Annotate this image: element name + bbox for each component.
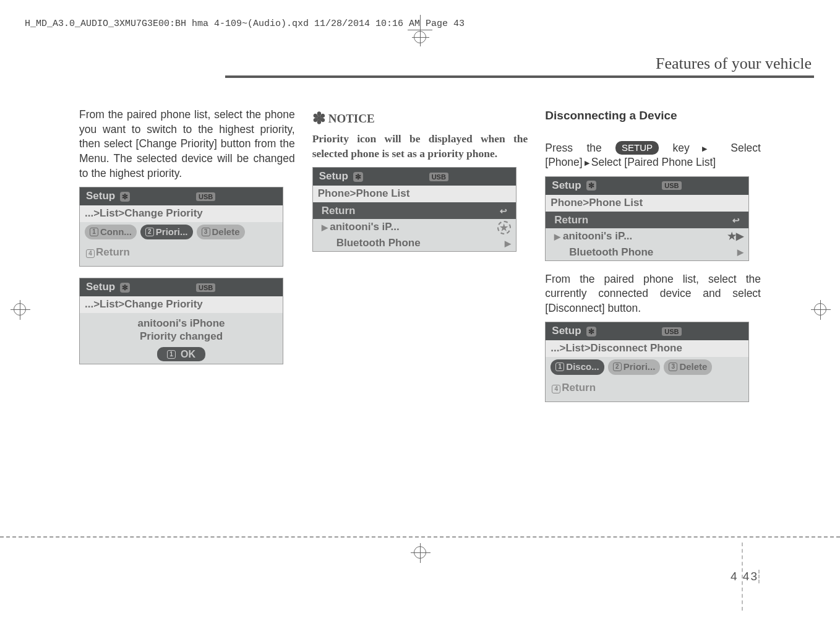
bluetooth-icon: ✻: [120, 192, 130, 202]
screen-header: Setup ✻ USB: [313, 168, 516, 186]
phone-screen: Setup ✻ USB ...>List>Disconnect Phone 1D…: [545, 322, 749, 401]
list-item: ▶ anitooni's iP... ★▶: [546, 228, 748, 244]
usb-icon: USB: [662, 327, 681, 336]
ok-row: 1OK: [80, 345, 283, 364]
bluetooth-icon: ✻: [586, 181, 596, 191]
section-heading: Disconnecting a Device: [545, 108, 761, 124]
phone-screen: Setup ✻ USB ...>List>Change Priority 1Co…: [79, 187, 283, 267]
list-item: ▶ anitooni's iP... ★: [313, 219, 516, 235]
menu-pill-row: 1Conn... 2Priori... 3Delete: [80, 222, 283, 241]
list-item: Bluetooth Phone ▶: [313, 235, 516, 251]
return-row: 4Return: [80, 241, 283, 266]
setup-label: Setup: [86, 280, 115, 294]
menu-pill: 2Priori...: [608, 359, 661, 374]
column-2: ✽NOTICE Priority icon will be displayed …: [312, 108, 528, 413]
chevron-right-icon: ▶: [505, 238, 511, 249]
page-title: Features of your vehicle: [656, 54, 814, 72]
usb-icon: USB: [662, 181, 681, 190]
menu-pill-row: 1Disco... 2Priori... 3Delete: [546, 357, 748, 376]
setup-label: Setup: [552, 179, 581, 193]
star-priority-icon: ★: [497, 221, 511, 234]
usb-icon: USB: [196, 192, 215, 201]
column-3: Disconnecting a Device Press the SETUP k…: [545, 108, 761, 413]
chevron-right-icon: ▶: [554, 232, 563, 241]
breadcrumb: Phone>Phone List: [546, 195, 748, 212]
back-icon: ↩: [729, 214, 744, 227]
page-title-bar: Features of your vehicle: [0, 54, 814, 75]
phone-screen: Setup ✻ USB ...>List>Change Priority ani…: [79, 278, 283, 364]
breadcrumb: Phone>Phone List: [313, 186, 516, 202]
registration-mark: [14, 303, 26, 315]
setup-key-label: SETUP: [615, 141, 659, 155]
notice-heading: ✽NOTICE: [312, 108, 528, 129]
menu-pill: 1Conn...: [85, 225, 137, 239]
chevron-right-icon: ▶: [322, 223, 330, 232]
file-meta-line: H_MD_A3.0_AUDIO_3XMU7G3E00:BH hma 4-109~…: [25, 19, 465, 29]
registration-mark: [414, 31, 426, 43]
body-text: [Phone] ▶ Select [Paired Phone List]: [545, 155, 761, 170]
setup-label: Setup: [552, 324, 581, 338]
bluetooth-icon: ✻: [586, 327, 596, 337]
breadcrumb: ...>List>Disconnect Phone: [546, 340, 748, 357]
screen-header: Setup ✻ USB: [80, 278, 283, 296]
page-number: 4 43: [731, 570, 760, 583]
body-text: Press the SETUP key ▶ Select: [545, 141, 761, 156]
screen-header: Setup ✻ USB: [546, 322, 748, 340]
return-row: Return ↩: [546, 212, 748, 228]
back-icon: ↩: [496, 205, 511, 218]
menu-pill-selected: 2Priori...: [140, 225, 193, 239]
ok-button: 1OK: [157, 347, 205, 362]
confirmation-message: anitooni's iPhone Priority changed: [80, 313, 283, 345]
return-row: 4Return: [546, 376, 748, 401]
phone-screen: Setup ✻ USB Phone>Phone List Return ↩ ▶ …: [312, 167, 516, 252]
registration-mark: [414, 546, 426, 559]
screen-header: Setup ✻ USB: [546, 177, 748, 195]
screen-header: Setup ✻ USB: [80, 187, 283, 205]
menu-pill: 3Delete: [664, 359, 712, 374]
setup-label: Setup: [86, 189, 115, 204]
body-text: From the paired phone list, select the c…: [545, 272, 761, 316]
chevron-right-icon: ▶: [690, 145, 731, 152]
breadcrumb: ...>List>Change Priority: [80, 296, 283, 313]
asterisk-icon: ✽: [312, 109, 326, 127]
phone-screen: Setup ✻ USB Phone>Phone List Return ↩ ▶ …: [545, 176, 749, 261]
body-text: From the paired phone list, select the p…: [79, 108, 295, 181]
column-1: From the paired phone list, select the p…: [79, 108, 295, 413]
usb-icon: USB: [196, 283, 215, 292]
usb-icon: USB: [429, 173, 448, 181]
chevron-right-icon: ▶: [737, 247, 744, 258]
return-row: Return ↩: [313, 202, 516, 219]
registration-mark: [814, 303, 826, 315]
bluetooth-icon: ✻: [353, 172, 363, 182]
menu-pill: 3Delete: [197, 225, 245, 239]
chevron-right-icon: ▶: [583, 159, 591, 166]
content-columns: From the paired phone list, select the p…: [79, 108, 761, 413]
star-arrow-icon: ★▶: [727, 230, 744, 243]
breadcrumb: ...>List>Change Priority: [80, 205, 283, 222]
list-item: Bluetooth Phone ▶: [546, 244, 748, 260]
cut-line: [0, 536, 840, 538]
bluetooth-icon: ✻: [120, 283, 130, 293]
setup-label: Setup: [319, 170, 348, 184]
page-title-underline: [225, 75, 814, 78]
notice-body: Priority icon will be displayed when the…: [312, 132, 528, 161]
menu-pill-selected: 1Disco...: [551, 359, 604, 374]
